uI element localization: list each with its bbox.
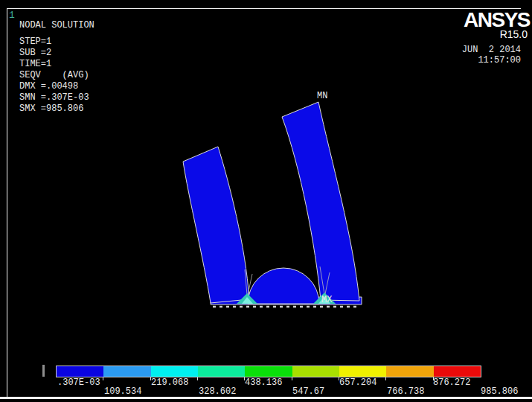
legend-value: 657.204 (339, 377, 376, 388)
legend-value: 876.272 (433, 377, 470, 388)
contour-colorbar[interactable] (56, 366, 481, 377)
colorbar-segment (434, 366, 481, 377)
legend-value: 547.67 (292, 386, 324, 397)
colorbar-segment (151, 366, 198, 377)
colorbar-segment (198, 366, 245, 377)
model-plot[interactable] (0, 0, 532, 402)
legend-value: 985.806 (481, 386, 518, 397)
colorbar-segment (292, 366, 339, 377)
legend-value: 109.534 (104, 386, 141, 397)
colorbar-tick (292, 377, 292, 380)
colorbar-tick (197, 377, 198, 380)
legend-value: 766.738 (387, 386, 424, 397)
min-node-label: MN (317, 91, 327, 101)
colorbar-segment (386, 366, 433, 377)
legend-notch (42, 365, 45, 377)
legend-value: 438.136 (245, 377, 282, 388)
colorbar-segment (103, 366, 150, 377)
dome-body (248, 268, 319, 304)
max-node-label: MX (321, 295, 332, 305)
left-bar-body (183, 147, 249, 303)
legend-value: .307E-03 (57, 377, 100, 388)
colorbar-tick (103, 377, 103, 380)
colorbar-segment (245, 366, 292, 377)
colorbar-segment (57, 366, 103, 377)
legend-value: 328.602 (199, 386, 236, 397)
colorbar-segment (339, 366, 386, 377)
ansys-graphics-window: 1 NODAL SOLUTION STEP=1 SUB =2 TIME=1 SE… (0, 0, 532, 402)
legend-value: 219.068 (151, 377, 188, 388)
colorbar-tick (385, 377, 386, 380)
